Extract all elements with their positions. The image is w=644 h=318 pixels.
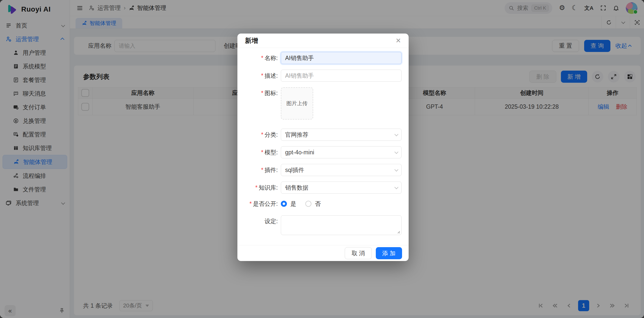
form-row-setting: 设定:: [237, 215, 402, 235]
modal-footer: 取 消 添 加: [237, 245, 409, 261]
field-label: *插件:: [237, 166, 281, 174]
category-select[interactable]: 官网推荐: [281, 129, 402, 141]
select-value: 销售数据: [285, 184, 308, 192]
chevron-down-icon: [394, 132, 399, 136]
required-mark: *: [261, 149, 263, 156]
cancel-button[interactable]: 取 消: [345, 247, 371, 259]
modal-form: *名称: *描述: *图标: 图片上传 *分类: 官网推荐: [237, 48, 409, 235]
field-label: *知识库:: [237, 184, 281, 192]
field-label: *名称:: [237, 54, 281, 62]
form-row-desc: *描述:: [237, 70, 402, 82]
required-mark: *: [261, 167, 263, 174]
required-mark: *: [261, 131, 263, 138]
required-mark: *: [250, 200, 252, 207]
radio-yes-label[interactable]: 是: [290, 200, 296, 208]
radio-no-label[interactable]: 否: [315, 200, 321, 208]
form-row-model: *模型: gpt-4o-mini: [237, 146, 402, 158]
submit-button[interactable]: 添 加: [376, 247, 402, 259]
modal-header: 新增 ✕: [237, 34, 409, 48]
form-row-name: *名称:: [237, 52, 402, 64]
required-mark: *: [255, 184, 258, 191]
knowledge-select[interactable]: 销售数据: [281, 182, 402, 194]
model-select[interactable]: gpt-4o-mini: [281, 146, 402, 158]
setting-textarea[interactable]: [281, 215, 402, 235]
field-label: 设定:: [237, 217, 281, 225]
image-upload-box[interactable]: 图片上传: [281, 87, 313, 120]
radio-yes[interactable]: [281, 201, 287, 207]
close-icon[interactable]: ✕: [395, 37, 401, 45]
resize-grip-icon[interactable]: [397, 230, 400, 234]
chevron-down-icon: [394, 150, 399, 154]
select-value: sql插件: [285, 166, 304, 174]
app-window: Ruoyi AI 首页 运营管理 用户管理 系统模型: [0, 0, 644, 318]
add-agent-modal: 新增 ✕ *名称: *描述: *图标: 图片上传 *分类:: [237, 34, 409, 261]
name-input[interactable]: [281, 52, 402, 64]
select-value: 官网推荐: [285, 131, 308, 139]
field-label: *模型:: [237, 149, 281, 156]
form-row-category: *分类: 官网推荐: [237, 129, 402, 141]
required-mark: *: [261, 72, 263, 79]
upload-label: 图片上传: [286, 100, 308, 107]
form-row-icon: *图标: 图片上传: [237, 87, 402, 120]
required-mark: *: [261, 55, 263, 62]
required-mark: *: [261, 90, 263, 97]
form-row-visibility: *是否公开: 是 否: [237, 199, 402, 208]
select-value: gpt-4o-mini: [285, 149, 314, 156]
description-input[interactable]: [281, 70, 402, 82]
modal-title: 新增: [245, 36, 258, 45]
plugin-select[interactable]: sql插件: [281, 164, 402, 176]
field-label: *描述:: [237, 72, 281, 80]
form-row-plugin: *插件: sql插件: [237, 164, 402, 176]
field-label: *图标:: [237, 89, 281, 97]
radio-no[interactable]: [305, 201, 311, 207]
field-label: *是否公开:: [237, 200, 281, 208]
form-row-knowledge: *知识库: 销售数据: [237, 182, 402, 194]
chevron-down-icon: [394, 167, 399, 171]
field-label: *分类:: [237, 131, 281, 139]
chevron-down-icon: [394, 185, 399, 189]
